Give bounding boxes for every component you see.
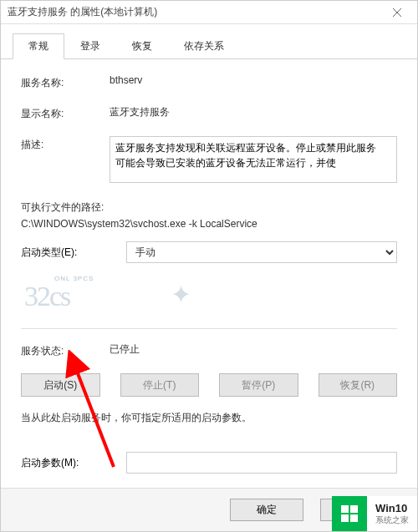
window-title: 蓝牙支持服务 的属性(本地计算机) — [8, 5, 157, 19]
service-name-label: 服务名称: — [21, 74, 110, 90]
service-status-label: 服务状态: — [21, 342, 110, 358]
tab-general[interactable]: 常规 — [13, 33, 64, 59]
display-name-value: 蓝牙支持服务 — [110, 105, 397, 119]
startup-type-label: 启动类型(E): — [21, 246, 126, 260]
service-status-value: 已停止 — [110, 342, 397, 357]
svg-rect-4 — [350, 505, 358, 513]
properties-dialog: 蓝牙支持服务 的属性(本地计算机) 常规 登录 恢复 依存关系 服务名称: bt… — [0, 0, 418, 532]
display-name-label: 显示名称: — [21, 105, 110, 121]
titlebar: 蓝牙支持服务 的属性(本地计算机) — [1, 1, 417, 24]
start-params-input[interactable] — [126, 452, 397, 474]
tab-logon[interactable]: 登录 — [64, 33, 116, 59]
tab-dependencies[interactable]: 依存关系 — [168, 33, 240, 59]
exe-path-value: C:\WINDOWS\system32\svchost.exe -k Local… — [21, 218, 397, 230]
description-label: 描述: — [21, 136, 110, 152]
watermark-text: 32cs — [18, 281, 69, 312]
pause-button: 暂停(P) — [219, 373, 298, 397]
close-button[interactable] — [384, 3, 410, 23]
start-params-label: 启动参数(M): — [21, 456, 126, 470]
start-params-hint: 当从此处启动服务时，你可指定所适用的启动参数。 — [21, 410, 397, 425]
watermark-decoration-icon: ✦ — [171, 280, 191, 309]
divider — [21, 328, 397, 329]
description-textarea[interactable]: 蓝牙服务支持发现和关联远程蓝牙设备。停止或禁用此服务可能会导致已安装的蓝牙设备无… — [110, 136, 397, 183]
svg-rect-3 — [341, 505, 349, 513]
start-button[interactable]: 启动(S) — [21, 373, 100, 397]
ok-button[interactable]: 确定 — [230, 499, 303, 521]
tab-bar: 常规 登录 恢复 依存关系 — [1, 24, 417, 59]
exe-path-label: 可执行文件的路径: — [21, 200, 397, 215]
startup-type-select[interactable]: 手动 — [126, 241, 397, 263]
badge-line2: 系统之家 — [375, 514, 409, 526]
tab-recovery[interactable]: 恢复 — [116, 33, 168, 59]
svg-rect-6 — [350, 514, 358, 522]
svg-rect-5 — [341, 514, 349, 522]
stop-button: 停止(T) — [120, 373, 200, 397]
windows-logo-icon — [332, 496, 367, 531]
service-control-buttons: 启动(S) 停止(T) 暂停(P) 恢复(R) — [21, 373, 397, 397]
watermark: ONL 3PCS 32cs ✦ — [18, 271, 400, 322]
badge-text: Win10 系统之家 — [367, 502, 417, 526]
resume-button: 恢复(R) — [319, 373, 398, 397]
badge-line1: Win10 — [375, 502, 409, 514]
service-name-value: bthserv — [110, 74, 397, 86]
close-icon — [393, 8, 401, 17]
site-badge: Win10 系统之家 — [332, 496, 417, 531]
tab-content-general: 服务名称: bthserv 显示名称: 蓝牙支持服务 描述: 蓝牙服务支持发现和… — [1, 59, 417, 484]
